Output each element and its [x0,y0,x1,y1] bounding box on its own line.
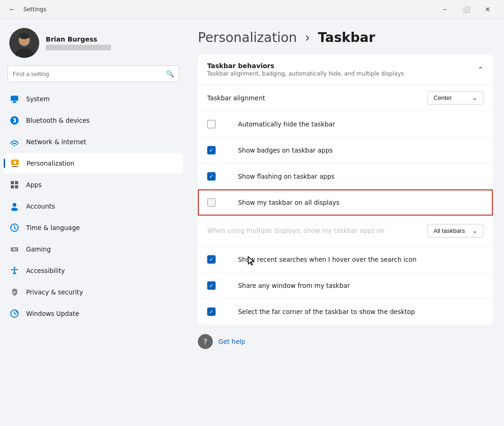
svg-rect-9 [12,102,17,103]
alignment-row: Taskbar alignment Center ⌄ [198,85,493,111]
breadcrumb: Personalization › Taskbar [198,30,493,45]
setting-row-flashing: Show flashing on taskbar apps [198,163,493,189]
checkbox-wrapper-recent-searches: Show recent searches when I hover over t… [207,255,483,264]
sidebar-item-apps[interactable]: Apps [4,175,183,195]
setting-label-flashing: Show flashing on taskbar apps [221,173,483,180]
sidebar-item-label-gaming: Gaming [26,245,51,253]
collapse-button[interactable]: ⌃ [477,65,483,74]
checkbox-recent-searches[interactable] [207,255,216,264]
alignment-dropdown[interactable]: Center ⌄ [427,91,483,105]
checkbox-wrapper-all-displays: Show my taskbar on all displays [207,198,483,207]
section-header: Taskbar behaviors Taskbar alignment, bad… [198,55,493,85]
svg-point-23 [15,250,16,251]
sidebar: Brian Burgess 🔍 SystemBluetooth & device… [0,19,187,426]
breadcrumb-sep: › [305,30,314,45]
sidebar-item-privacy[interactable]: Privacy & security [4,282,183,302]
active-indicator [4,159,5,168]
setting-label-badges: Show badges on taskbar apps [221,147,483,154]
setting-label-auto-hide: Automatically hide the taskbar [221,120,483,128]
close-button[interactable]: ✕ [477,2,498,17]
checkbox-auto-hide[interactable] [207,120,216,128]
multi-display-chevron-icon: ⌄ [472,227,477,234]
personalization-icon [10,158,20,168]
sidebar-item-windows-update[interactable]: Windows Update [4,303,183,324]
setting-row-all-displays: Show my taskbar on all displays [198,189,493,216]
svg-rect-6 [19,36,29,38]
svg-point-18 [13,203,16,207]
svg-rect-16 [11,185,14,189]
restore-button[interactable]: ⬜ [455,2,477,17]
alignment-label: Taskbar alignment [207,94,427,102]
sidebar-item-label-privacy: Privacy & security [26,288,83,296]
svg-point-11 [14,145,15,147]
sidebar-item-accessibility[interactable]: Accessibility [4,260,183,281]
privacy-icon [9,287,20,297]
svg-rect-8 [13,101,16,102]
apps-icon [9,180,20,190]
bluetooth-icon [9,115,20,126]
accounts-icon [9,201,20,211]
window-controls: − ⬜ ✕ [434,2,498,17]
avatar [9,28,39,58]
page-header: Personalization › Taskbar [198,30,493,45]
time-icon [9,223,20,233]
sidebar-item-network[interactable]: Network & internet [4,132,183,152]
checkbox-wrapper-far-corner: Select the far corner of the taskbar to … [207,307,483,316]
settings-rows: Automatically hide the taskbarShow badge… [198,111,493,325]
get-help: ? Get help [198,325,493,349]
multi-display-label: When using multiple displays, show my ta… [207,226,427,235]
main-content: Personalization › Taskbar Taskbar behavi… [187,19,504,426]
checkbox-all-displays[interactable] [207,198,216,207]
section-header-text: Taskbar behaviors Taskbar alignment, bad… [207,62,404,77]
sidebar-item-label-windows-update: Windows Update [26,310,79,317]
setting-row-auto-hide: Automatically hide the taskbar [198,111,493,137]
sidebar-item-label-accounts: Accounts [26,203,55,210]
search-input[interactable] [13,70,162,77]
sidebar-item-time[interactable]: Time & language [4,217,183,238]
checkbox-wrapper-share-window: Share any window from my taskbar [207,281,483,290]
setting-row-far-corner: Select the far corner of the taskbar to … [198,299,493,325]
section-subtitle: Taskbar alignment, badging, automaticall… [207,70,404,77]
multi-display-dropdown[interactable]: All taskbars⌄ [427,224,483,237]
sidebar-item-bluetooth[interactable]: Bluetooth & devices [4,110,183,131]
sidebar-item-accounts[interactable]: Accounts [4,196,183,216]
setting-label-recent-searches: Show recent searches when I hover over t… [221,256,483,263]
checkbox-wrapper-badges: Show badges on taskbar apps [207,146,483,154]
sidebar-item-label-network: Network & internet [26,138,86,146]
setting-row-recent-searches: Show recent searches when I hover over t… [198,246,493,272]
svg-rect-17 [15,185,18,189]
checkbox-wrapper-auto-hide: Automatically hide the taskbar [207,120,483,128]
checkbox-badges[interactable] [207,146,216,154]
accessibility-icon [9,265,20,276]
multi-display-value: All taskbars [434,227,465,234]
back-button[interactable]: ← [6,3,19,16]
user-profile: Brian Burgess [0,19,187,65]
nav-list: SystemBluetooth & devicesNetwork & inter… [0,89,187,325]
svg-rect-14 [11,181,14,184]
settings-card: Taskbar behaviors Taskbar alignment, bad… [198,55,493,325]
search-box[interactable]: 🔍 [7,65,179,82]
dropdown-chevron-icon: ⌄ [472,94,477,101]
windows-update-icon [9,308,20,319]
svg-point-13 [14,161,16,164]
minimize-button[interactable]: − [434,2,455,17]
checkbox-flashing[interactable] [207,172,216,181]
section-title: Taskbar behaviors [207,62,404,70]
app-title: Settings [23,6,429,13]
svg-rect-7 [11,96,18,101]
sidebar-item-gaming[interactable]: Gaming [4,239,183,259]
svg-rect-15 [15,181,18,184]
user-name: Brian Burgess [46,35,111,43]
checkbox-far-corner[interactable] [207,307,216,316]
gaming-icon [9,244,20,254]
search-container: 🔍 [0,65,187,89]
sidebar-item-system[interactable]: System [4,89,183,109]
titlebar: ← Settings − ⬜ ✕ [0,0,504,19]
network-icon [9,137,20,147]
get-help-link[interactable]: Get help [218,338,245,345]
sidebar-item-personalization[interactable]: Personalization [4,153,183,174]
sidebar-item-label-personalization: Personalization [27,160,74,167]
svg-point-24 [14,267,15,269]
avatar-image [9,28,39,58]
checkbox-share-window[interactable] [207,281,216,290]
